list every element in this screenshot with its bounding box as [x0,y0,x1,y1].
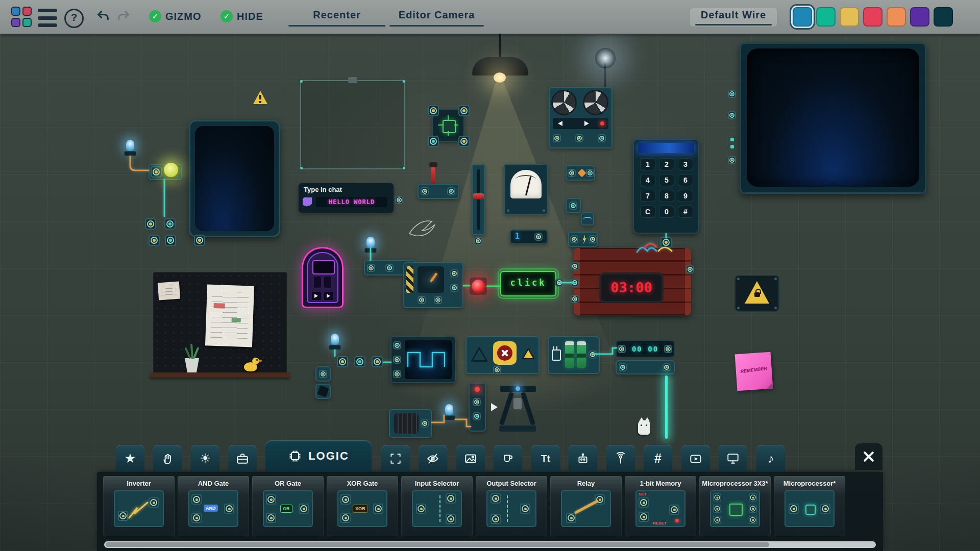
palette-scrollbar[interactable] [104,541,876,548]
tab-bots[interactable] [569,445,597,472]
undo-icon[interactable] [96,9,110,26]
palette-item-input-selector[interactable]: Input Selector [401,476,473,536]
glow-button[interactable] [162,161,180,179]
gizmo-module[interactable] [566,198,581,213]
tape-recorder[interactable] [549,87,612,148]
keypad-key[interactable]: 5 [659,174,674,186]
battery-module[interactable] [548,336,600,374]
connector-node[interactable] [145,218,156,230]
connector-node[interactable] [473,398,481,406]
connector-node[interactable] [586,169,594,177]
rubber-duck[interactable] [244,362,257,371]
connector-node[interactable] [534,233,543,241]
chat-panel[interactable]: Type in chat HELLO WORLD [299,183,394,213]
palette-item-1bit-memory[interactable]: 1-bit Memory SET RESET [625,476,696,536]
play-icon[interactable] [584,121,589,126]
tab-audio[interactable]: ♪ [756,445,785,472]
scrollbar-thumb[interactable] [106,542,769,547]
wire-color-teal[interactable] [816,7,836,27]
crt-monitor[interactable] [740,42,926,194]
wire-color-blue[interactable] [793,7,812,27]
rewind-icon[interactable] [558,121,562,126]
keypad-key[interactable]: # [678,206,693,218]
connector-node[interactable] [619,363,627,371]
wire-color-purple[interactable] [910,7,929,27]
tab-logic[interactable]: LOGIC [265,440,372,472]
connector-node[interactable] [660,237,672,248]
tab-frame[interactable] [381,445,410,472]
wire-color-yellow[interactable] [840,7,859,27]
wire-color-dark-teal[interactable] [934,7,953,27]
connector-node[interactable] [428,105,439,116]
connector-node[interactable] [421,187,429,195]
keypad-key[interactable]: 6 [678,174,693,186]
led-lamp[interactable] [445,404,453,415]
connector-node[interactable] [473,412,481,420]
connector-node[interactable] [458,105,470,116]
tab-signals[interactable] [606,445,635,472]
voltmeter[interactable] [504,164,548,215]
keypad[interactable]: 1 2 3 4 5 6 7 8 9 C 0 # [633,139,699,234]
connector-node[interactable] [663,363,671,371]
tab-environment[interactable]: ☀ [191,445,219,472]
keypad-key[interactable]: 0 [659,206,674,218]
counter-module[interactable]: 00 00 [616,340,675,358]
connector-node[interactable] [589,350,597,359]
gizmo-module[interactable] [315,366,331,382]
connector-node[interactable] [575,134,583,142]
palette-item-or-gate[interactable]: OR Gate OR [252,476,324,536]
power-module[interactable] [568,232,598,247]
connector-node[interactable] [164,218,176,230]
tab-video[interactable] [681,445,710,472]
connector-node[interactable] [450,269,458,278]
pinned-note[interactable] [205,284,254,347]
keypad-key[interactable]: C [640,206,655,218]
connector-node[interactable] [434,296,442,304]
connector-node[interactable] [728,90,736,98]
relay-dial-module[interactable] [403,262,463,308]
whiteboard[interactable] [300,80,405,169]
connector-node[interactable] [447,187,455,195]
spotlight-bulb[interactable] [595,48,616,68]
lever-module[interactable] [418,184,459,199]
keypad-key[interactable]: 9 [678,190,693,202]
connector-node[interactable] [418,296,426,304]
gizmo-module[interactable] [566,165,595,181]
connector-node[interactable] [598,134,606,142]
connector-node[interactable] [194,235,205,246]
jukebox-button[interactable] [324,292,333,300]
connector-node[interactable] [686,265,694,273]
editor-camera-button[interactable]: Editor Camera [389,9,484,27]
tab-props[interactable] [494,445,522,472]
tab-hand-tool[interactable] [153,445,182,472]
connector-node[interactable] [728,111,736,119]
oscilloscope[interactable] [390,336,456,383]
connector-node[interactable] [393,356,401,364]
led-lamp[interactable] [126,140,134,151]
led-lamp[interactable] [366,237,375,248]
connector-node[interactable] [151,166,162,178]
connector-node[interactable] [728,156,736,164]
connector-node[interactable] [555,279,564,287]
tab-favorites[interactable]: ★ [116,445,144,472]
palette-item-microprocessor[interactable]: Microprocessor* [774,476,845,536]
tab-text[interactable]: Tt [531,445,560,472]
connector-node[interactable] [319,370,327,378]
connector-node[interactable] [458,136,470,147]
machine-assembly[interactable] [469,383,537,440]
keypad-key[interactable]: 7 [640,190,655,202]
menu-icon[interactable] [38,8,57,28]
jukebox[interactable] [302,247,344,308]
red-button[interactable] [472,280,485,293]
keypad-key[interactable]: 4 [640,174,655,186]
hide-toggle[interactable]: ✓ HIDE [220,10,263,22]
bomb[interactable]: 03:00 [574,248,691,315]
connector-node[interactable] [428,136,439,147]
gizmo-toggle[interactable]: ✓ GIZMO [149,10,202,22]
wire-junction-module[interactable] [616,360,675,374]
connector-node[interactable] [393,341,401,349]
slider-handle[interactable] [473,193,484,199]
keypad-key[interactable]: 8 [659,190,674,202]
connector-node[interactable] [570,235,578,243]
tab-channels[interactable]: # [644,445,672,472]
